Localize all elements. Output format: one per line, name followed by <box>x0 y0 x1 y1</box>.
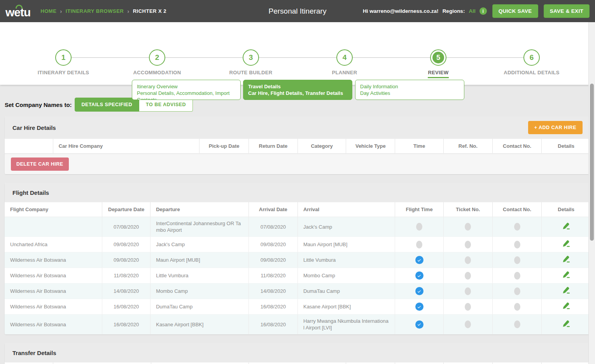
section-title: Car Hire Details <box>12 124 56 131</box>
checked-status-icon[interactable] <box>415 320 424 329</box>
regions-value[interactable]: All <box>469 8 475 14</box>
step-label: REVIEW <box>392 70 485 78</box>
edit-details-icon[interactable] <box>562 302 570 311</box>
quick-save-button[interactable]: QUICK SAVE <box>492 4 538 18</box>
column-header-drop-off: Drop Off <box>248 362 346 364</box>
empty-status-dot[interactable] <box>416 223 422 231</box>
transfer-details-section: Transfer Details ModeCompanyPick-upDrop … <box>5 343 590 364</box>
departure-cell: DumaTau Camp <box>150 299 249 315</box>
save-exit-button[interactable]: SAVE & EXIT <box>544 4 590 18</box>
wetu-logo[interactable]: wetu <box>5 4 30 18</box>
ticket-no-cell <box>443 217 492 237</box>
subtab-title: Itinerary Overview <box>137 83 236 90</box>
departure-cell: Little Vumbura <box>150 268 249 284</box>
arrival-date-cell: 16/08/2020 <box>248 299 298 315</box>
flight-company-cell: Wilderness Air Botswana <box>5 299 102 315</box>
page-title: Personal Itinerary <box>269 7 327 16</box>
top-header: wetu HOME › ITINERARY BROWSER › RICHTER … <box>0 0 595 22</box>
empty-status-dot[interactable] <box>465 241 471 248</box>
flight-company-cell <box>5 217 102 237</box>
column-header-category: Category <box>298 139 346 154</box>
column-header-details: Details <box>542 202 590 217</box>
step-additional-details[interactable]: 6 ADDITIONAL DETAILS <box>485 49 578 75</box>
checked-status-icon[interactable] <box>415 256 424 264</box>
empty-status-dot[interactable] <box>514 320 520 328</box>
empty-status-dot[interactable] <box>465 320 471 328</box>
empty-status-dot[interactable] <box>465 287 471 295</box>
edit-details-icon[interactable] <box>562 256 570 264</box>
step-itinerary-details[interactable]: 1 ITINERARY DETAILS <box>17 49 110 75</box>
empty-status-dot[interactable] <box>465 256 471 264</box>
section-title: Transfer Details <box>12 350 56 356</box>
breadcrumb-home[interactable]: HOME <box>40 8 56 14</box>
departure-date-cell: 14/08/2020 <box>102 284 150 299</box>
subtab-travel-details[interactable]: Travel Details Car Hire, Flight Details,… <box>243 80 352 100</box>
edit-details-icon[interactable] <box>562 222 570 231</box>
arrival-date-cell: 09/08/2020 <box>248 237 298 252</box>
step-number: 2 <box>155 53 159 62</box>
column-header-pick-up: Pick-up <box>151 362 248 364</box>
empty-status-dot[interactable] <box>514 303 520 311</box>
empty-status-dot[interactable] <box>465 223 471 231</box>
details-cell <box>542 237 590 252</box>
column-header-flight-company: Flight Company <box>5 202 102 217</box>
ticket-no-cell <box>443 284 492 299</box>
details-cell <box>542 252 590 268</box>
departure-date-cell: 09/08/2020 <box>102 237 150 252</box>
breadcrumb-itinerary-browser[interactable]: ITINERARY BROWSER <box>66 8 124 14</box>
breadcrumb: HOME › ITINERARY BROWSER › RICHTER X 2 <box>40 8 166 14</box>
step-number: 5 <box>432 52 444 63</box>
empty-status-dot[interactable] <box>514 287 520 295</box>
edit-details-icon[interactable] <box>562 240 570 249</box>
step-number: 6 <box>530 53 534 62</box>
empty-status-dot[interactable] <box>514 241 520 248</box>
flight-time-cell <box>395 252 443 268</box>
flight-company-cell: Wilderness Air Botswana <box>5 268 102 284</box>
user-greeting: Hi warreno@wilderness.co.za! <box>363 8 439 14</box>
car-hire-details-section: Car Hire Details + ADD CAR HIRE Car Hire… <box>5 116 590 174</box>
step-number: 1 <box>61 53 66 62</box>
section-title: Flight Details <box>12 189 49 196</box>
step-label: ROUTE BUILDER <box>204 70 298 75</box>
ticket-no-cell <box>443 299 492 315</box>
add-car-hire-button[interactable]: + ADD CAR HIRE <box>528 121 583 134</box>
info-icon[interactable]: i <box>480 7 487 15</box>
flight-time-cell <box>395 315 443 334</box>
ticket-no-cell <box>443 268 492 284</box>
step-route-builder[interactable]: 3 ROUTE BUILDER <box>204 49 298 75</box>
scrollbar-thumb[interactable] <box>590 84 594 241</box>
empty-status-dot[interactable] <box>465 303 471 311</box>
arrival-cell: DumaTau Camp <box>298 284 395 299</box>
checked-status-icon[interactable] <box>415 287 424 295</box>
edit-details-icon[interactable] <box>562 287 570 296</box>
edit-details-icon[interactable] <box>562 271 570 280</box>
details-specified-button[interactable]: DETAILS SPECIFIED <box>75 98 140 112</box>
subtab-daily-information[interactable]: Daily Information Day Activities <box>355 80 464 100</box>
step-review[interactable]: 5 REVIEW <box>392 49 485 78</box>
step-accommodation[interactable]: 2 ACCOMMODATION <box>110 49 204 75</box>
empty-status-dot[interactable] <box>514 272 520 280</box>
ticket-no-cell <box>443 252 492 268</box>
checked-status-icon[interactable] <box>415 271 424 280</box>
step-planner[interactable]: 4 PLANNER <box>298 49 391 75</box>
car-hire-section-header: Car Hire Details + ADD CAR HIRE <box>5 116 590 139</box>
empty-status-dot[interactable] <box>465 272 471 280</box>
departure-date-cell: 09/08/2020 <box>102 252 150 268</box>
empty-status-dot[interactable] <box>514 256 520 264</box>
empty-status-dot[interactable] <box>514 223 520 231</box>
flight-company-cell: Uncharted Africa <box>5 237 102 252</box>
column-header-contact-no: Contact No. <box>492 139 541 154</box>
column-header-type: Type <box>346 362 395 364</box>
arrival-cell: Little Vumbura <box>298 252 395 268</box>
scrollbar-track[interactable] <box>588 22 595 364</box>
checked-status-icon[interactable] <box>415 303 424 311</box>
subtab-itinerary-overview[interactable]: Itinerary Overview Personal Details, Acc… <box>132 80 241 100</box>
delete-car-hire-button[interactable]: DELETE CAR HIRE <box>11 158 69 171</box>
edit-details-icon[interactable] <box>562 320 570 329</box>
arrival-date-cell: 14/08/2020 <box>248 284 298 299</box>
empty-status-dot[interactable] <box>416 241 422 248</box>
subtab-title: Travel Details <box>248 83 347 90</box>
column-header-contact-no: Contact No. <box>492 202 541 217</box>
arrival-date-cell: 11/08/2020 <box>248 268 298 284</box>
flight-time-cell <box>395 268 443 284</box>
